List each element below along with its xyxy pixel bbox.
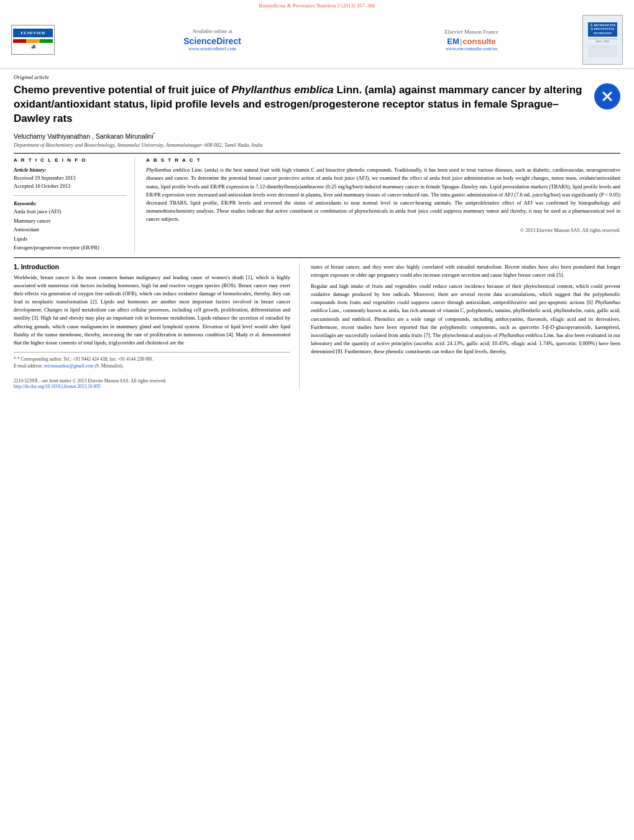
available-online-label: Available online at [67, 28, 357, 34]
journal-citation: Biomedicine & Preventive Nutrition 3 (20… [259, 2, 375, 9]
doi-link[interactable]: http://dx.doi.org/10.1016/j.bionut.2013.… [14, 384, 101, 389]
header-right: Elsevier Masson France EM|consulte www.e… [370, 29, 573, 52]
em-consulte-url: www.em-consulte.com/en [370, 46, 573, 52]
article-history: Article history: Received 19 September 2… [14, 166, 127, 190]
journal-header-bar: Biomedicine & Preventive Nutrition 3 (20… [0, 0, 634, 10]
email-link[interactable]: mirunasankar@gmail.com [44, 363, 94, 369]
keyword-2: Mammary cancer [14, 216, 127, 225]
abstract-text: Phyllanthus emblica Linn. (amla) is the … [146, 166, 620, 223]
keyword-5: Estrogen/progesterone receptor (ER/PR) [14, 243, 127, 252]
crossmark-icon [599, 88, 616, 105]
italic-species: Phyllanthus emblica [311, 299, 620, 313]
crossmark-badge [594, 83, 620, 109]
intro-paragraph-3: Regular and high intake of fruits and ve… [311, 282, 620, 356]
keywords-label: Keywords: [14, 200, 127, 208]
main-right-column: states of breast cancer, and they were a… [311, 263, 620, 389]
info-abstract-section: A R T I C L E I N F O Article history: R… [14, 153, 620, 252]
introduction-heading: 1. Introduction [14, 263, 290, 270]
keywords-section: Keywords: Amla fruit juice (AFJ) Mammary… [14, 195, 127, 252]
divider [14, 195, 127, 196]
abstract-italic-start: Phyllanthus emblica [146, 167, 190, 173]
accepted-date: Accepted 16 October 2013 [14, 182, 127, 190]
email-label: E-mail address: [14, 363, 43, 369]
keyword-1: Amla fruit juice (AFJ) [14, 207, 127, 216]
keywords-list: Amla fruit juice (AFJ) Mammary cancer An… [14, 207, 127, 252]
keyword-4: Lipids [14, 234, 127, 243]
intro-paragraph-1: Worldwide, breast cancer is the most com… [14, 274, 290, 348]
article-title: Chemo preventive potential of fruit juic… [14, 83, 620, 126]
header-left: ELSEVIER ☘ [11, 25, 55, 55]
main-content: 1. Introduction Worldwide, breast cancer… [14, 257, 620, 389]
title-part1: Chemo preventive potential of fruit juic… [14, 84, 231, 96]
em-consulte-logo: EM|consulte [370, 37, 573, 46]
elsevier-masson-label: Elsevier Masson France [370, 29, 573, 35]
journal-thumbnail: 🔬 BIOMEDICINE& PREVENTIVENUTRITION Vol 3… [582, 15, 623, 65]
header-center: Available online at ScienceDirect www.sc… [55, 28, 370, 52]
issn-line: 2210-5239/$ – see front matter © 2013 El… [14, 378, 290, 384]
affiliation: Department of Biochemistry and Biotechno… [14, 142, 620, 148]
sciencedirect-url: www.sciencedirect.com [67, 46, 357, 52]
keyword-3: Antioxidant [14, 225, 127, 234]
main-left-column: 1. Introduction Worldwide, breast cancer… [14, 263, 300, 389]
abstract-body: Linn. (amla) is the best natural fruit w… [146, 167, 620, 222]
abstract-label: A B S T R A C T [146, 157, 620, 163]
page: Biomedicine & Preventive Nutrition 3 (20… [0, 0, 634, 840]
received-date: Received 19 September 2013 [14, 174, 127, 182]
footer-bar: 2210-5239/$ – see front matter © 2013 El… [14, 375, 290, 389]
email-suffix: (S. Mirunalini). [94, 363, 124, 369]
copyright: © 2013 Elsevier Masson SAS. All rights r… [146, 228, 620, 233]
article-type: Original article [14, 74, 620, 80]
history-label: Article history: [14, 166, 127, 174]
doi-line: http://dx.doi.org/10.1016/j.bionut.2013.… [14, 384, 290, 389]
title-italic: Phyllanthus emblica [231, 84, 333, 96]
italic-species-2: Phyllanthus emblica [499, 332, 543, 338]
abstract-column: A B S T R A C T Phyllanthus emblica Linn… [146, 157, 620, 252]
corresponding-star: * [154, 131, 155, 137]
page-header: ELSEVIER ☘ Available online at ScienceDi… [0, 10, 634, 69]
corresponding-text: * Corresponding author. Tel.: +91 9442 4… [17, 356, 154, 362]
footnote-section: * * Corresponding author. Tel.: +91 9442… [14, 352, 290, 370]
email-footnote: E-mail address: mirunasankar@gmail.com (… [14, 362, 290, 369]
article-content: Original article Chemo preventive potent… [0, 69, 634, 395]
sciencedirect-logo: ScienceDirect [67, 36, 357, 46]
article-info-column: A R T I C L E I N F O Article history: R… [14, 157, 135, 252]
intro-paragraph-2: states of breast cancer, and they were a… [311, 263, 620, 279]
article-info-label: A R T I C L E I N F O [14, 157, 127, 163]
corresponding-footnote: * * Corresponding author. Tel.: +91 9442… [14, 356, 290, 362]
author-names: Veluchamy Vaithiyanathan , Sankaran Miru… [14, 132, 154, 139]
elsevier-logo: ELSEVIER ☘ [11, 25, 55, 55]
authors: Veluchamy Vaithiyanathan , Sankaran Miru… [14, 131, 620, 140]
